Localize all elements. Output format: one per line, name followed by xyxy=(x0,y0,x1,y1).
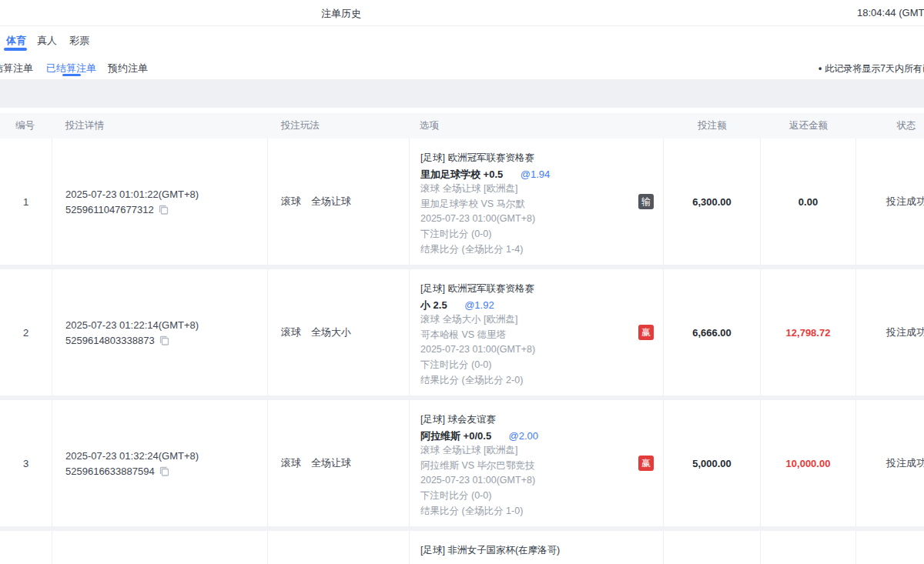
row-number: 1 xyxy=(0,138,52,265)
match-teams: 哥本哈根 VS 德里塔 xyxy=(420,328,632,343)
option-cell: [足球] 欧洲冠军联赛资格赛 小 2.5 @1.92 滚球 全场大小 [欧洲盘]… xyxy=(410,269,664,395)
row-number xyxy=(0,531,52,564)
subtab-scheduled[interactable]: 预约注单 xyxy=(108,62,148,75)
bet-id-line: 5259614803338873 xyxy=(65,335,267,346)
top-bar: 注单历史 18:04:44 (GMT+8) xyxy=(0,0,924,26)
bet-id: 5259611047677312 xyxy=(65,204,154,215)
subtab-unsettled[interactable]: 未结算注单 xyxy=(0,62,33,75)
payout-amount: 0.00 xyxy=(761,138,856,265)
bet-id-line: 5259616633887594 xyxy=(65,466,267,477)
bet-time: 2025-07-23 01:01:22(GMT+8) xyxy=(65,189,267,200)
tab-live[interactable]: 真人 xyxy=(37,34,57,48)
bet-time: 2025-07-23 01:32:24(GMT+8) xyxy=(65,450,267,462)
market-info: 滚球 全场让球 [欧洲盘] xyxy=(420,443,632,459)
bet-detail-cell: 2025-07-23 01:22:14(GMT+8) 5259614803338… xyxy=(52,269,268,395)
odds-value: @1.94 xyxy=(521,169,551,180)
odds-value: @1.92 xyxy=(464,299,494,311)
market-info: 滚球 全场大小 [欧洲盘] xyxy=(420,312,632,328)
option-cell: [足球] 球会友谊赛 阿拉维斯 +0/0.5 @2.00 滚球 全场让球 [欧洲… xyxy=(410,400,664,526)
bet-detail-cell xyxy=(52,531,268,564)
score-at-bet: 下注时比分 (0-0) xyxy=(420,227,632,242)
header-status: 状态 xyxy=(856,113,924,138)
clock-time: 18:04:44 (GMT+8) xyxy=(857,7,924,18)
pick-selection: 小 2.5 xyxy=(420,299,447,311)
option-cell: [足球] 非洲女子国家杯(在摩洛哥) xyxy=(410,531,664,564)
match-time: 2025-07-23 01:00(GMT+8) xyxy=(420,473,632,489)
table-row: 3 2025-07-23 01:32:24(GMT+8) 52596166338… xyxy=(0,400,924,526)
outcome-badge-lose: 输 xyxy=(638,194,654,209)
row-number: 2 xyxy=(0,269,52,395)
bet-time: 2025-07-23 01:22:14(GMT+8) xyxy=(65,319,267,331)
pick-selection: 里加足球学校 +0.5 xyxy=(420,169,503,180)
play-type-cell: 滚球 全场让球 xyxy=(268,138,410,265)
copy-icon[interactable] xyxy=(159,205,169,215)
play-type: 滚球 xyxy=(281,456,301,470)
result-score: 结果比分 (全场比分 2-0) xyxy=(420,373,632,389)
notice-text: 此记录将显示7天内所有已派彩的 xyxy=(825,63,924,74)
play-type: 滚球 xyxy=(281,325,301,339)
match-teams: 里加足球学校 VS 马尔默 xyxy=(420,197,632,212)
option-cell: [足球] 欧洲冠军联赛资格赛 里加足球学校 +0.5 @1.94 滚球 全场让球… xyxy=(410,138,664,265)
stake-amount: 5,000.00 xyxy=(664,400,761,526)
league-name: [足球] 非洲女子国家杯(在摩洛哥) xyxy=(420,543,632,559)
header-payout: 返还金额 xyxy=(761,113,856,138)
play-name: 全场大小 xyxy=(311,325,351,339)
active-subtab-underline xyxy=(62,74,81,76)
stake-amount: 6,300.00 xyxy=(664,138,761,265)
league-name: [足球] 欧洲冠军联赛资格赛 xyxy=(420,282,632,297)
play-name: 全场让球 xyxy=(311,456,351,470)
active-tab-underline xyxy=(4,48,27,51)
match-time: 2025-07-23 01:00(GMT+8) xyxy=(420,342,632,358)
records-notice: •此记录将显示7天内所有已派彩的 xyxy=(819,62,924,75)
header-no: 编号 xyxy=(0,113,52,138)
play-type: 滚球 xyxy=(281,195,301,209)
header-detail: 投注详情 xyxy=(52,113,268,138)
league-name: [足球] 欧洲冠军联赛资格赛 xyxy=(420,151,632,166)
bet-id: 5259614803338873 xyxy=(65,335,155,346)
score-at-bet: 下注时比分 (0-0) xyxy=(420,358,632,373)
copy-icon[interactable] xyxy=(159,335,169,345)
table-row-partial: [足球] 非洲女子国家杯(在摩洛哥) xyxy=(0,531,924,564)
page-title: 注单历史 xyxy=(321,7,361,21)
result-score: 结果比分 (全场比分 1-4) xyxy=(420,242,632,258)
filter-bar: 今天 昨天 7天内 30天内 提前结算 ✓ 默认排序 ⇅ 2025/07/19-… xyxy=(0,79,924,108)
market-info: 滚球 全场让球 [欧洲盘] xyxy=(420,182,632,197)
bet-status: 投注成功 xyxy=(856,138,924,265)
odds-value: @2.00 xyxy=(509,430,539,442)
bet-detail-cell: 2025-07-23 01:32:24(GMT+8) 5259616633887… xyxy=(52,400,268,526)
header-option: 选项 xyxy=(410,113,664,138)
header-stake: 投注额 xyxy=(664,113,761,138)
notice-bullet: • xyxy=(819,63,822,74)
tab-sports[interactable]: 体育 xyxy=(6,34,26,48)
row-number: 3 xyxy=(0,400,52,526)
bet-table: 编号 投注详情 投注玩法 选项 投注额 返还金额 状态 1 2025-07-23… xyxy=(0,113,924,564)
table-row: 1 2025-07-23 01:01:22(GMT+8) 52596110476… xyxy=(0,138,924,265)
outcome-badge-win: 赢 xyxy=(638,456,654,471)
bet-id-line: 5259611047677312 xyxy=(65,204,267,215)
bet-status xyxy=(856,531,924,564)
bet-status: 投注成功 xyxy=(856,400,924,526)
play-type-cell: 滚球 全场让球 xyxy=(268,400,410,526)
pick-selection: 阿拉维斯 +0/0.5 xyxy=(420,430,491,442)
score-at-bet: 下注时比分 (0-0) xyxy=(420,489,632,504)
bet-status: 投注成功 xyxy=(856,269,924,395)
header-play: 投注玩法 xyxy=(268,113,410,138)
payout-amount: 12,798.72 xyxy=(761,269,856,395)
copy-icon[interactable] xyxy=(159,466,169,476)
play-type-cell xyxy=(268,531,410,564)
bet-id: 5259616633887594 xyxy=(65,466,155,477)
payout-amount: 10,000.00 xyxy=(761,400,856,526)
play-name: 全场让球 xyxy=(311,195,351,209)
stake-amount xyxy=(664,531,761,564)
match-teams: 阿拉维斯 VS 毕尔巴鄂竞技 xyxy=(420,459,632,474)
play-type-cell: 滚球 全场大小 xyxy=(268,269,410,395)
league-name: [足球] 球会友谊赛 xyxy=(420,412,632,428)
outcome-badge-win: 赢 xyxy=(638,325,654,340)
table-row: 2 2025-07-23 01:22:14(GMT+8) 52596148033… xyxy=(0,269,924,395)
table-header-row: 编号 投注详情 投注玩法 选项 投注额 返还金额 状态 xyxy=(0,113,924,138)
tab-lottery[interactable]: 彩票 xyxy=(69,34,89,48)
match-time: 2025-07-23 01:00(GMT+8) xyxy=(420,212,632,227)
stake-amount: 6,666.00 xyxy=(664,269,761,395)
payout-amount xyxy=(761,531,856,564)
result-score: 结果比分 (全场比分 1-0) xyxy=(420,504,632,519)
